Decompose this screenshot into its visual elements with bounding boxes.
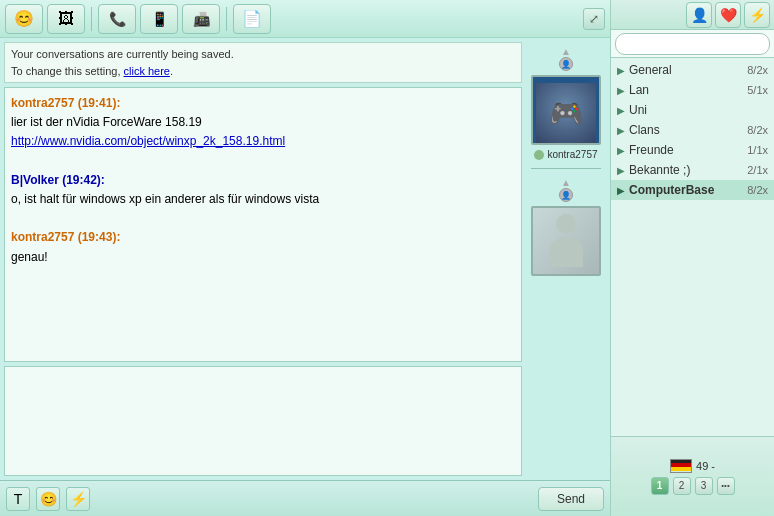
message-3: kontra2757 (19:43): genau! xyxy=(11,228,515,266)
avatar-silhouette xyxy=(544,214,589,269)
save-notice: Your conversations are currently being s… xyxy=(4,42,522,83)
avatar-silhouette-box xyxy=(531,206,601,276)
top-icon-1[interactable]: 👤 xyxy=(686,2,712,28)
msg-sender-2: B|Volker (19:42): xyxy=(11,173,105,187)
group-arrow-freunde: ▶ xyxy=(617,145,625,156)
bottom-bar: T 😊 ⚡ Send xyxy=(0,480,610,516)
bottom-panel: 49 - 1 2 3 ••• xyxy=(611,436,774,516)
flag-row: 49 - xyxy=(670,459,715,473)
group-arrow-lan: ▶ xyxy=(617,85,625,96)
group-name-cb: ComputerBase xyxy=(629,183,747,197)
group-computerbase[interactable]: ▶ ComputerBase 8/2x xyxy=(611,180,774,200)
avatar-divider xyxy=(531,168,601,169)
top-icon-3[interactable]: ⚡ xyxy=(744,2,770,28)
group-arrow-clans: ▶ xyxy=(617,125,625,136)
notice-link[interactable]: click here xyxy=(124,65,170,77)
msg-text-1a: lier ist der nVidia ForceWare 158.19 xyxy=(11,115,202,129)
toolbar-right: ⤢ xyxy=(583,8,605,30)
nav-dot-3[interactable]: 3 xyxy=(695,477,713,495)
chat-input[interactable] xyxy=(9,371,517,471)
group-uni[interactable]: ▶ Uni xyxy=(611,100,774,120)
german-flag xyxy=(670,459,692,473)
contact-icon-top[interactable]: 👤 xyxy=(559,57,573,71)
chat-input-area xyxy=(4,366,522,476)
phone-toolbar-btn[interactable]: 📞 xyxy=(98,4,136,34)
group-count-cb: 8/2x xyxy=(747,184,768,196)
msg-sender-3: kontra2757 (19:43): xyxy=(11,230,120,244)
fax-toolbar-btn[interactable]: 📠 xyxy=(182,4,220,34)
send-button[interactable]: Send xyxy=(538,487,604,511)
avatar-head xyxy=(556,214,576,234)
group-clans[interactable]: ▶ Clans 8/2x xyxy=(611,120,774,140)
group-name-freunde: Freunde xyxy=(629,143,747,157)
nav-dot-more[interactable]: ••• xyxy=(717,477,735,495)
notice-line1: Your conversations are currently being s… xyxy=(11,48,234,60)
msg-link-1[interactable]: http://www.nvidia.com/object/winxp_2k_15… xyxy=(11,134,285,148)
contact-icon-mid[interactable]: 👤 xyxy=(559,188,573,202)
content-area: Your conversations are currently being s… xyxy=(0,38,610,480)
message-1: kontra2757 (19:41): lier ist der nVidia … xyxy=(11,94,515,152)
group-count-bekannte: 2/1x xyxy=(747,164,768,176)
avatar-img-inner: 🎮 xyxy=(536,83,596,143)
message-2: B|Volker (19:42): o, ist halt für window… xyxy=(11,171,515,209)
chat-section: Your conversations are currently being s… xyxy=(4,42,522,476)
group-name-bekannte: Bekannte ;) xyxy=(629,163,747,177)
chat-log: kontra2757 (19:41): lier ist der nVidia … xyxy=(4,87,522,362)
toolbar: 😊 🖼 📞 📱 📠 📄 ⤢ xyxy=(0,0,610,38)
nav-dots: 1 2 3 ••• xyxy=(651,477,735,495)
group-count-freunde: 1/1x xyxy=(747,144,768,156)
msg-text-2a: o, ist halt für windows xp ein anderer a… xyxy=(11,192,319,206)
scroll-arrows-mid: ▲ 👤 xyxy=(558,177,574,202)
flag-label: 49 - xyxy=(696,460,715,472)
right-sidebar: ▲ 👤 🎮 kontra2757 ▲ 👤 xyxy=(526,42,606,476)
toolbar-separator-1 xyxy=(91,7,92,31)
controller-icon: 🎮 xyxy=(549,97,584,130)
top-icon-2[interactable]: ❤️ xyxy=(715,2,741,28)
group-arrow-bekannte: ▶ xyxy=(617,165,625,176)
avatar-body xyxy=(549,237,583,267)
group-name-uni: Uni xyxy=(629,103,768,117)
group-count-general: 8/2x xyxy=(747,64,768,76)
emoji-btn[interactable]: 😊 xyxy=(36,487,60,511)
expand-btn[interactable]: ⤢ xyxy=(583,8,605,30)
file-toolbar-btn[interactable]: 📄 xyxy=(233,4,271,34)
top-icons-row: 👤 ❤️ ⚡ xyxy=(611,0,774,30)
avatar-label-1: kontra2757 xyxy=(547,149,597,160)
phone2-toolbar-btn[interactable]: 📱 xyxy=(140,4,178,34)
avatar-image-1: 🎮 xyxy=(531,75,601,145)
contact-list: ▶ General 8/2x ▶ Lan 5/1x ▶ Uni ▶ Clans … xyxy=(611,58,774,436)
online-status-dot xyxy=(534,150,544,160)
scroll-up-arrow-2[interactable]: ▲ xyxy=(558,177,574,187)
notice-line2: To change this setting, xyxy=(11,65,124,77)
scroll-up-arrow[interactable]: ▲ xyxy=(558,46,574,56)
search-input[interactable] xyxy=(615,33,770,55)
group-count-clans: 8/2x xyxy=(747,124,768,136)
nav-dot-2[interactable]: 2 xyxy=(673,477,691,495)
flag-gold xyxy=(671,467,691,471)
group-name-lan: Lan xyxy=(629,83,747,97)
search-bar xyxy=(611,30,774,58)
group-name-clans: Clans xyxy=(629,123,747,137)
msg-text-3a: genau! xyxy=(11,250,48,264)
scroll-arrows-top: ▲ 👤 xyxy=(558,46,574,71)
group-general[interactable]: ▶ General 8/2x xyxy=(611,60,774,80)
group-bekannte[interactable]: ▶ Bekannte ;) 2/1x xyxy=(611,160,774,180)
toolbar-separator-2 xyxy=(226,7,227,31)
photo-toolbar-btn[interactable]: 🖼 xyxy=(47,4,85,34)
main-area: 😊 🖼 📞 📱 📠 📄 ⤢ Your conversations are cur… xyxy=(0,0,610,516)
nav-dot-1[interactable]: 1 xyxy=(651,477,669,495)
group-name-general: General xyxy=(629,63,747,77)
avatar-name-1: kontra2757 xyxy=(534,149,597,160)
far-right-panel: 👤 ❤️ ⚡ ▶ General 8/2x ▶ Lan 5/1x ▶ Uni ▶… xyxy=(610,0,774,516)
smiley-toolbar-btn[interactable]: 😊 xyxy=(5,4,43,34)
group-count-lan: 5/1x xyxy=(747,84,768,96)
format-btn[interactable]: T xyxy=(6,487,30,511)
group-lan[interactable]: ▶ Lan 5/1x xyxy=(611,80,774,100)
group-arrow-uni: ▶ xyxy=(617,105,625,116)
msg-sender-1: kontra2757 (19:41): xyxy=(11,96,120,110)
group-freunde[interactable]: ▶ Freunde 1/1x xyxy=(611,140,774,160)
group-arrow-cb: ▶ xyxy=(617,185,625,196)
zap-btn[interactable]: ⚡ xyxy=(66,487,90,511)
group-arrow-general: ▶ xyxy=(617,65,625,76)
